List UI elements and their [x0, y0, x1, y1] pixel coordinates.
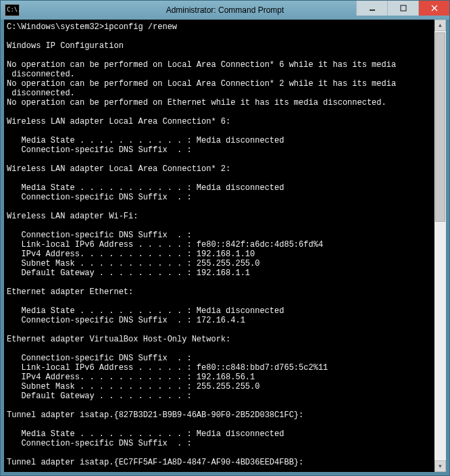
system-menu-icon[interactable]: C:\. — [5, 4, 20, 16]
scroll-up-button[interactable]: ▲ — [434, 20, 446, 31]
terminal-text: C:\Windows\system32>ipconfig /renew Wind… — [7, 22, 396, 472]
vertical-scrollbar[interactable]: ▲ ▼ — [434, 20, 446, 472]
command-prompt-window: C:\. Administrator: Command Prompt C:\Wi… — [0, 0, 450, 476]
titlebar[interactable]: C:\. Administrator: Command Prompt — [1, 1, 449, 20]
scroll-thumb[interactable] — [435, 32, 445, 222]
svg-rect-1 — [401, 5, 406, 11]
maximize-button[interactable] — [387, 1, 418, 16]
scroll-down-button[interactable]: ▼ — [434, 460, 446, 472]
close-button[interactable] — [418, 1, 449, 16]
svg-rect-0 — [370, 9, 375, 11]
window-buttons — [356, 1, 449, 20]
minimize-button[interactable] — [356, 1, 387, 16]
terminal-output[interactable]: C:\Windows\system32>ipconfig /renew Wind… — [4, 20, 446, 472]
scroll-track[interactable] — [434, 31, 446, 460]
